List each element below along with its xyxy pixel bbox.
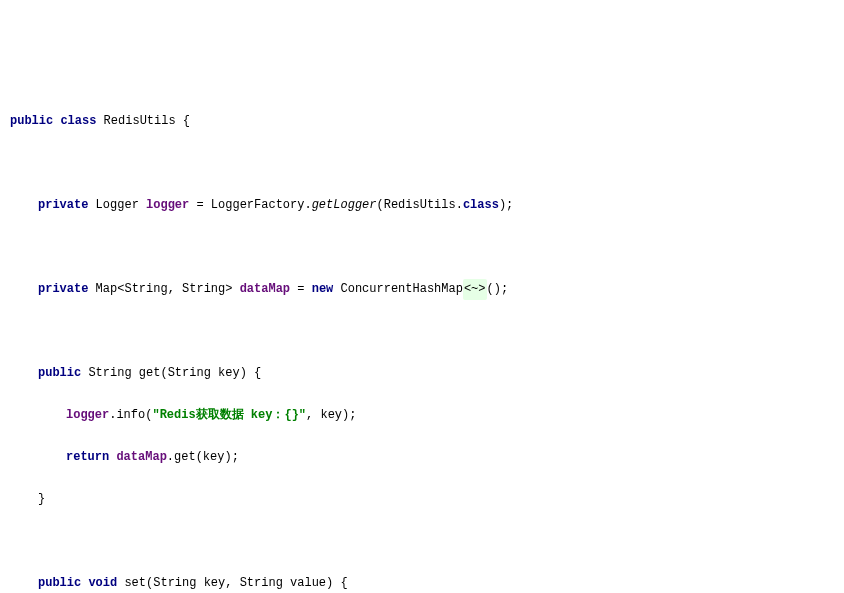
keyword: private xyxy=(38,282,88,296)
text: = LoggerFactory. xyxy=(189,198,311,212)
logger-field-line: private Logger logger = LoggerFactory.ge… xyxy=(10,195,834,216)
blank-line xyxy=(10,531,834,552)
keyword: public class xyxy=(10,114,96,128)
keyword: private xyxy=(38,198,88,212)
string: "Redis获取数据 key：{}" xyxy=(152,408,306,422)
blank-line xyxy=(10,153,834,174)
text: ConcurrentHashMap xyxy=(333,282,463,296)
class-decl-line: public class RedisUtils { xyxy=(10,111,834,132)
method-get-log: logger.info("Redis获取数据 key：{}", key); xyxy=(10,405,834,426)
text: Logger xyxy=(88,198,146,212)
field: dataMap xyxy=(116,450,166,464)
blank-line xyxy=(10,237,834,258)
text: RedisUtils { xyxy=(96,114,190,128)
blank-line xyxy=(10,321,834,342)
text: (); xyxy=(487,282,509,296)
text: = xyxy=(290,282,312,296)
static-method: getLogger xyxy=(312,198,377,212)
text: set(String key, String value) { xyxy=(117,576,347,590)
code-block: public class RedisUtils { private Logger… xyxy=(10,90,834,593)
text: (RedisUtils. xyxy=(376,198,462,212)
text: .info( xyxy=(109,408,152,422)
text: String get(String key) { xyxy=(81,366,261,380)
keyword: public void xyxy=(38,576,117,590)
keyword: class xyxy=(463,198,499,212)
method-get-return: return dataMap.get(key); xyxy=(10,447,834,468)
field: logger xyxy=(66,408,109,422)
method-set1-sig: public void set(String key, String value… xyxy=(10,573,834,593)
field: logger xyxy=(146,198,189,212)
text: ); xyxy=(499,198,513,212)
close-brace: } xyxy=(10,489,834,510)
field: dataMap xyxy=(240,282,290,296)
keyword: return xyxy=(66,450,116,464)
text: , key); xyxy=(306,408,356,422)
keyword: public xyxy=(38,366,81,380)
datamap-field-line: private Map<String, String> dataMap = ne… xyxy=(10,279,834,300)
diamond-op: <~> xyxy=(463,279,487,300)
keyword: new xyxy=(312,282,334,296)
text: Map<String, String> xyxy=(88,282,239,296)
text: .get(key); xyxy=(167,450,239,464)
method-get-sig: public String get(String key) { xyxy=(10,363,834,384)
